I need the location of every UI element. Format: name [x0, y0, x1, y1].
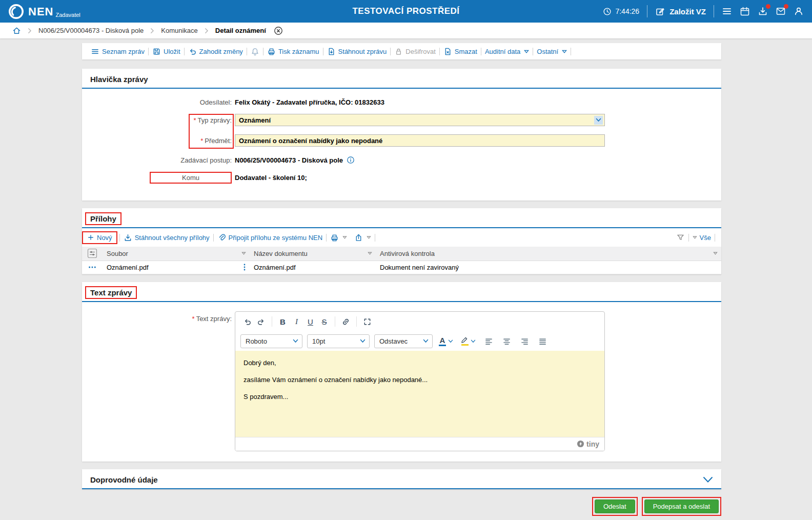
filter-caret-icon[interactable] — [368, 252, 372, 255]
environment-title: TESTOVACÍ PROSTŘEDÍ — [352, 6, 459, 16]
vse-label: Vše — [700, 234, 711, 242]
font-size-value: 10pt — [312, 337, 325, 345]
column-resize-handle-icon[interactable] — [243, 264, 246, 271]
logo-text: NEN — [28, 5, 53, 18]
novy-button[interactable]: Nový — [87, 234, 112, 242]
block-format-value: Odstavec — [379, 337, 408, 345]
lock-icon — [394, 47, 403, 56]
chevron-down-icon[interactable] — [594, 116, 603, 125]
close-tab-icon[interactable] — [274, 26, 283, 35]
tinymce-brand[interactable]: tiny — [577, 440, 599, 448]
toolbar-separator — [375, 234, 375, 242]
editor-line: Dobrý den, — [243, 358, 596, 368]
podepsat-a-odeslat-button[interactable]: Podepsat a odeslat — [644, 499, 719, 513]
edit-icon — [655, 6, 665, 16]
nen-logo[interactable]: NEN Zadavatel — [8, 4, 80, 19]
downloads-icon[interactable] — [758, 6, 768, 16]
filter-icon[interactable] — [676, 233, 685, 242]
toolbar-tisk-zaznamu-button[interactable]: Tisk záznamu — [267, 47, 319, 56]
calendar-icon[interactable] — [740, 6, 750, 16]
toolbar-ulozit-button[interactable]: Uložit — [152, 47, 180, 56]
chevron-down-icon — [471, 339, 476, 343]
underline-button[interactable]: U — [303, 315, 317, 329]
server-time: 7:44:26 — [603, 7, 639, 16]
create-vz-button[interactable]: Založit VZ — [655, 6, 706, 16]
odeslat-button[interactable]: Odeslat — [595, 499, 635, 513]
info-icon[interactable] — [347, 156, 355, 164]
highlight-color-button[interactable] — [459, 337, 477, 346]
toolbar-seznam-zprav-button[interactable]: Seznam zpráv — [91, 47, 145, 56]
filter-caret-icon[interactable] — [241, 252, 246, 255]
typ-zpravy-select[interactable]: Oznámení — [235, 114, 605, 126]
toolbar-zahodit-zmeny-button[interactable]: Zahodit změny — [188, 47, 243, 56]
predmet-input[interactable]: Oznámení o označení nabídky jako nepodan… — [235, 134, 605, 147]
messages-icon[interactable] — [776, 6, 786, 16]
column-header-soubor[interactable]: Soubor — [103, 247, 250, 261]
zadavaci-postup-value: N006/25/V00004673 - Disková pole — [235, 156, 343, 164]
stahnout-vsechny-prilohy-button[interactable]: Stáhnout všechny přílohy — [124, 233, 210, 242]
toolbar-seznam-label: Seznam zpráv — [102, 48, 145, 55]
breadcrumb-item-komunikace[interactable]: Komunikace — [161, 27, 198, 34]
panel-head: Text zprávy — [82, 282, 721, 302]
form-row-komu: Komu Dodavatel - školení 10; — [82, 172, 721, 184]
align-left-icon[interactable] — [482, 334, 495, 348]
toolbar-desifrovat-button[interactable]: Dešifrovat — [394, 47, 436, 56]
rich-text-editor: B I U S — [235, 311, 605, 451]
text-color-button[interactable]: A — [437, 336, 455, 346]
filter-caret-icon[interactable] — [713, 252, 718, 255]
toolbar-separator — [247, 48, 247, 55]
toolbar-stahnout-zpravu-button[interactable]: Stáhnout zprávu — [327, 47, 387, 56]
tiny-logo-icon — [577, 440, 584, 448]
home-icon[interactable] — [12, 26, 21, 35]
vse-filter-button[interactable]: Vše — [693, 234, 711, 242]
redo-icon[interactable] — [254, 315, 268, 329]
editor-separator — [356, 316, 357, 327]
share-export-icon — [354, 233, 363, 242]
notification-bell-icon[interactable] — [251, 47, 259, 56]
tiny-logo-text: tiny — [586, 440, 599, 448]
expand-chevron-icon[interactable] — [703, 476, 713, 483]
predmet-label: Předmět: — [205, 137, 232, 145]
toolbar-ostatni-button[interactable]: Ostatní — [537, 48, 567, 55]
command-toolbar: Seznam zpráv Uložit Zahodit změny — [82, 43, 721, 59]
column-header-nazev-dokumentu[interactable]: Název dokumentu — [250, 247, 376, 261]
caret-down-icon — [342, 236, 347, 239]
block-format-select[interactable]: Odstavec — [374, 334, 433, 348]
strikethrough-button[interactable]: S — [317, 315, 331, 329]
font-size-select[interactable]: 10pt — [307, 334, 370, 348]
menu-icon[interactable] — [722, 6, 732, 16]
fullscreen-icon[interactable] — [360, 315, 374, 329]
link-icon[interactable] — [339, 315, 353, 329]
user-icon[interactable] — [794, 6, 804, 16]
grid-settings-icon — [82, 248, 103, 258]
table-row[interactable]: Oznámení.pdf Oznámení.pdf Dokument není … — [82, 261, 721, 274]
breadcrumb-item-procedure[interactable]: N006/25/V00004673 - Disková pole — [38, 27, 144, 34]
column-header-antivirova-kontrola[interactable]: Antivirová kontrola — [376, 247, 721, 261]
italic-button[interactable]: I — [290, 315, 303, 329]
undo-icon[interactable] — [240, 315, 254, 329]
font-family-select[interactable]: Roboto — [240, 334, 302, 348]
column-settings-header[interactable] — [82, 247, 103, 261]
row-menu-icon[interactable] — [82, 266, 103, 269]
toolbar-tisk-label: Tisk záznamu — [278, 48, 319, 55]
highlight-color-bar — [461, 344, 469, 346]
export-attachments-button[interactable] — [354, 233, 371, 242]
editor-separator — [272, 316, 272, 327]
toolbar-auditni-data-button[interactable]: Auditní data — [485, 48, 529, 55]
required-mark: * — [192, 315, 195, 451]
bold-button[interactable]: B — [276, 315, 290, 329]
komu-value: Dodavatel - školení 10; — [235, 174, 307, 182]
align-center-icon[interactable] — [500, 334, 513, 348]
align-right-icon[interactable] — [518, 334, 531, 348]
print-attachments-button[interactable] — [330, 233, 347, 242]
toolbar-smazat-button[interactable]: Smazat — [443, 47, 477, 56]
toolbar-separator — [481, 48, 481, 55]
annotation-box-novy: Nový — [82, 231, 117, 244]
toolbar-desifrovat-label: Dešifrovat — [405, 48, 436, 55]
toolbar-ostatni-label: Ostatní — [537, 48, 558, 55]
editor-content-area[interactable]: Dobrý den, zasíláme Vám oznámení o označ… — [235, 351, 604, 437]
pripojit-prilohu-button[interactable]: Připojit přílohu ze systému NEN — [217, 233, 323, 242]
align-justify-icon[interactable] — [536, 334, 549, 348]
panel-head[interactable]: Doprovodné údaje — [82, 469, 721, 489]
novy-label: Nový — [97, 234, 112, 242]
